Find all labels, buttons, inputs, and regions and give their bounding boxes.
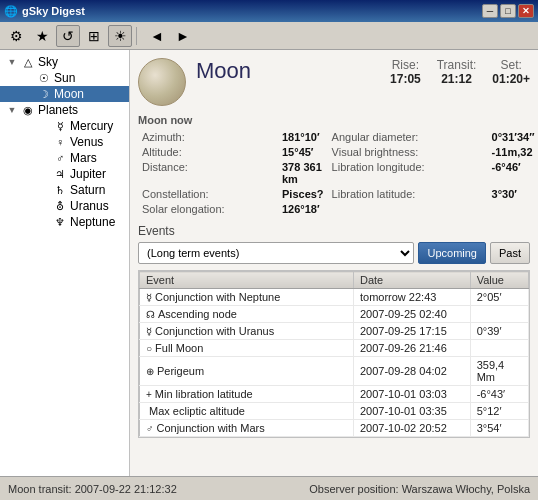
libration-lon-label: Libration longitude:: [328, 160, 488, 186]
event-cell: ○Full Moon: [140, 340, 354, 357]
sidebar-item-venus[interactable]: ♀ Venus: [0, 134, 129, 150]
venus-icon: ♀: [52, 136, 68, 148]
close-button[interactable]: ✕: [518, 4, 534, 18]
azimuth-value: 181°10′: [278, 130, 328, 144]
events-table-body: ☿Conjunction with Neptune tomorrow 22:43…: [140, 289, 529, 437]
app-icon: 🌐: [4, 5, 18, 18]
sidebar-item-saturn[interactable]: ♄ Saturn: [0, 182, 129, 198]
col-header-value: Value: [470, 272, 528, 289]
sun-label: Sun: [52, 71, 75, 85]
table-row: ☿Conjunction with Uranus 2007-09-25 17:1…: [140, 323, 529, 340]
libration-lat-label: Libration latitude:: [328, 187, 488, 201]
sun-button[interactable]: ☀: [108, 25, 132, 47]
favorites-button[interactable]: ★: [30, 25, 54, 47]
solar-elong-label: Solar elongation:: [138, 202, 278, 216]
events-table: Event Date Value ☿Conjunction with Neptu…: [139, 271, 529, 437]
table-row: ☊Ascending node 2007-09-25 02:40: [140, 306, 529, 323]
rise-label: Rise:: [390, 58, 421, 72]
upcoming-button[interactable]: Upcoming: [418, 242, 486, 264]
moon-graphic: [138, 58, 186, 106]
mercury-icon: ☿: [52, 120, 68, 133]
value-cell: 359,4 Mm: [470, 357, 528, 386]
sidebar-item-mercury[interactable]: ☿ Mercury: [0, 118, 129, 134]
maximize-button[interactable]: □: [500, 4, 516, 18]
constellation-label: Constellation:: [138, 187, 278, 201]
settings-button[interactable]: ⚙: [4, 25, 28, 47]
value-cell: [470, 340, 528, 357]
detail-panel: Moon Rise: 17:05 Transit: 21:12 Set: 01:…: [130, 50, 538, 476]
angular-diam-label: Angular diameter:: [328, 130, 488, 144]
sidebar-item-mars[interactable]: ♂ Mars: [0, 150, 129, 166]
sidebar-item-sun[interactable]: ☉ Sun: [0, 70, 129, 86]
angular-diam-value: 0°31′34″: [488, 130, 538, 144]
expand-planets: ▼: [4, 105, 20, 115]
jupiter-icon: ♃: [52, 168, 68, 181]
title-bar-text: 🌐 gSky Digest: [4, 5, 85, 18]
table-row: ♂Conjunction with Mars 2007-10-02 20:52 …: [140, 420, 529, 437]
value-cell: 3°54′: [470, 420, 528, 437]
set-label: Set:: [492, 58, 530, 72]
altitude-value: 15°45′: [278, 145, 328, 159]
app-title: gSky Digest: [22, 5, 85, 17]
empty-value: [488, 202, 538, 216]
value-cell: 0°39′: [470, 323, 528, 340]
sky-icon: △: [20, 56, 36, 69]
event-cell: ☊Ascending node: [140, 306, 354, 323]
mercury-label: Mercury: [68, 119, 113, 133]
sidebar-item-sky[interactable]: ▼ △ Sky: [0, 54, 129, 70]
value-cell: 2°05′: [470, 289, 528, 306]
moon-times: Rise: 17:05 Transit: 21:12 Set: 01:20+: [390, 58, 530, 86]
events-dropdown[interactable]: (Long term events) Daily events Weekly e…: [138, 242, 414, 264]
libration-lat-value: 3°30′: [488, 187, 538, 201]
sidebar-item-uranus[interactable]: ⛢ Uranus: [0, 198, 129, 214]
rise-time: Rise: 17:05: [390, 58, 421, 86]
status-bar: Moon transit: 2007-09-22 21:12:32 Observ…: [0, 476, 538, 500]
table-row: ○Full Moon 2007-09-26 21:46: [140, 340, 529, 357]
table-row: ⊕Perigeum 2007-09-28 04:02 359,4 Mm: [140, 357, 529, 386]
value-cell: -6°43′: [470, 386, 528, 403]
jupiter-label: Jupiter: [68, 167, 106, 181]
date-cell: 2007-09-26 21:46: [353, 340, 470, 357]
moon-header: Moon Rise: 17:05 Transit: 21:12 Set: 01:…: [138, 58, 530, 106]
title-bar-controls: ─ □ ✕: [482, 4, 534, 18]
altitude-label: Altitude:: [138, 145, 278, 159]
sidebar-item-planets[interactable]: ▼ ◉ Planets: [0, 102, 129, 118]
events-header: Events: [138, 224, 530, 238]
rise-value: 17:05: [390, 72, 421, 86]
moon-icon: ☽: [36, 88, 52, 101]
venus-label: Venus: [68, 135, 103, 149]
past-button[interactable]: Past: [490, 242, 530, 264]
planets-label: Planets: [36, 103, 78, 117]
mars-icon: ♂: [52, 152, 68, 164]
title-bar: 🌐 gSky Digest ─ □ ✕: [0, 0, 538, 22]
sidebar-item-jupiter[interactable]: ♃ Jupiter: [0, 166, 129, 182]
event-icon: ♂: [146, 423, 154, 434]
sky-label: Sky: [36, 55, 58, 69]
event-icon: +: [146, 389, 152, 400]
refresh-button[interactable]: ↺: [56, 25, 80, 47]
table-row: ☿Conjunction with Neptune tomorrow 22:43…: [140, 289, 529, 306]
minimize-button[interactable]: ─: [482, 4, 498, 18]
moon-title-block: Moon: [196, 58, 380, 84]
distance-value: 378 361 km: [278, 160, 328, 186]
moon-label: Moon: [52, 87, 84, 101]
sidebar-item-moon[interactable]: ☽ Moon: [0, 86, 129, 102]
event-cell: ☿Conjunction with Uranus: [140, 323, 354, 340]
expand-sky: ▼: [4, 57, 20, 67]
main-content: ▼ △ Sky ☉ Sun ☽ Moon ▼ ◉ Planets ☿ Mercu…: [0, 50, 538, 476]
planets-icon: ◉: [20, 104, 36, 117]
date-cell: 2007-09-25 02:40: [353, 306, 470, 323]
sun-icon: ☉: [36, 72, 52, 85]
toolbar-nav: ◄ ►: [145, 25, 195, 47]
table-row: +Min libration latitude 2007-10-01 03:03…: [140, 386, 529, 403]
set-value: 01:20+: [492, 72, 530, 86]
neptune-label: Neptune: [68, 215, 115, 229]
event-icon: ○: [146, 343, 152, 354]
sidebar-item-neptune[interactable]: ♆ Neptune: [0, 214, 129, 230]
status-left: Moon transit: 2007-09-22 21:12:32: [8, 483, 177, 495]
nav-back-button[interactable]: ◄: [145, 25, 169, 47]
nav-forward-button[interactable]: ►: [171, 25, 195, 47]
date-cell: 2007-10-01 03:35: [353, 403, 470, 420]
transit-value: 21:12: [437, 72, 477, 86]
grid-button[interactable]: ⊞: [82, 25, 106, 47]
